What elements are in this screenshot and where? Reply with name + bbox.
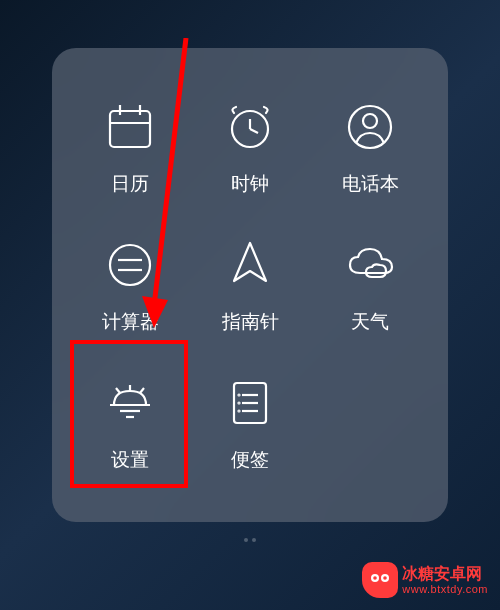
watermark-text: 冰糖安卓网 www.btxtdy.com xyxy=(402,565,488,595)
svg-line-16 xyxy=(116,388,120,393)
empty-cell xyxy=(310,354,430,492)
calculator-icon xyxy=(100,235,160,295)
app-label: 便签 xyxy=(231,447,269,473)
contacts-icon xyxy=(340,97,400,157)
settings-icon xyxy=(100,373,160,433)
app-notes[interactable]: 便签 xyxy=(190,354,310,492)
watermark: 冰糖安卓网 www.btxtdy.com xyxy=(362,562,488,598)
calendar-icon xyxy=(100,97,160,157)
app-label: 电话本 xyxy=(342,171,399,197)
svg-rect-0 xyxy=(110,111,150,147)
notes-icon xyxy=(220,373,280,433)
app-label: 设置 xyxy=(111,447,149,473)
app-calendar[interactable]: 日历 xyxy=(70,78,190,216)
app-folder-panel: 日历 时钟 电话本 xyxy=(52,48,448,522)
page-indicator xyxy=(244,538,256,542)
svg-point-22 xyxy=(239,395,240,396)
app-label: 时钟 xyxy=(231,171,269,197)
svg-point-23 xyxy=(239,403,240,404)
svg-point-24 xyxy=(239,411,240,412)
app-settings[interactable]: 设置 xyxy=(70,354,190,492)
app-label: 日历 xyxy=(111,171,149,197)
svg-line-6 xyxy=(250,129,258,133)
app-calculator[interactable]: 计算器 xyxy=(70,216,190,354)
app-compass[interactable]: 指南针 xyxy=(190,216,310,354)
app-contacts[interactable]: 电话本 xyxy=(310,78,430,216)
svg-line-17 xyxy=(140,388,144,393)
weather-icon xyxy=(340,235,400,295)
app-grid: 日历 时钟 电话本 xyxy=(70,78,430,492)
app-label: 计算器 xyxy=(102,309,159,335)
svg-point-8 xyxy=(363,114,377,128)
watermark-url: www.btxtdy.com xyxy=(402,583,488,595)
svg-point-30 xyxy=(384,576,388,580)
watermark-brand: 冰糖安卓网 xyxy=(402,565,488,583)
svg-point-9 xyxy=(110,245,150,285)
app-weather[interactable]: 天气 xyxy=(310,216,430,354)
clock-icon xyxy=(220,97,280,157)
app-label: 天气 xyxy=(351,309,389,335)
svg-point-29 xyxy=(374,576,378,580)
app-label: 指南针 xyxy=(222,309,279,335)
compass-icon xyxy=(220,235,280,295)
app-clock[interactable]: 时钟 xyxy=(190,78,310,216)
watermark-logo-icon xyxy=(362,562,398,598)
